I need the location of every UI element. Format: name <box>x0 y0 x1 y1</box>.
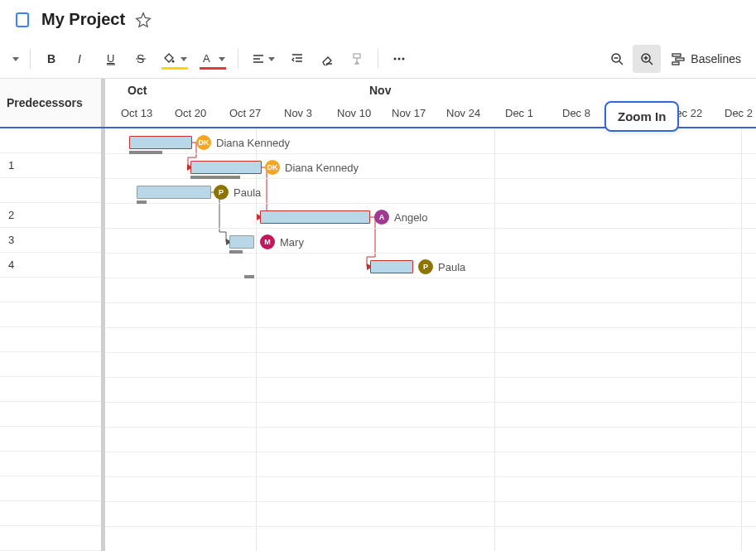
row-number-cell[interactable] <box>0 278 101 302</box>
outdent-button[interactable] <box>283 45 311 73</box>
assignee-chip[interactable]: AAngelo <box>374 210 427 225</box>
month-label: Nov <box>363 79 397 102</box>
toolbar: B I U S A <box>0 40 756 79</box>
grid-hline <box>105 203 756 204</box>
month-label <box>494 79 508 89</box>
assignee-name: Mary <box>280 236 304 249</box>
row-number-cell[interactable] <box>0 501 101 526</box>
italic-button[interactable]: I <box>67 45 95 73</box>
week-label: Nov 24 <box>446 104 480 123</box>
grid-hline <box>105 377 756 378</box>
grid-hline <box>105 476 756 477</box>
svg-rect-27 <box>672 54 681 56</box>
row-number-cell[interactable] <box>0 427 101 452</box>
gantt-bar[interactable] <box>137 186 211 199</box>
baselines-button[interactable]: Baselines <box>662 45 749 73</box>
avatar: A <box>374 210 389 225</box>
row-number-cell[interactable] <box>0 178 101 203</box>
document-icon <box>13 11 31 29</box>
bar-baseline <box>190 176 240 179</box>
bar-baseline <box>229 250 243 254</box>
bar-baseline <box>244 275 254 278</box>
gantt-bar[interactable] <box>260 210 370 224</box>
project-title[interactable]: My Project <box>41 10 125 29</box>
app-header: My Project <box>0 0 756 40</box>
week-label: Dec 8 <box>562 104 590 123</box>
svg-line-21 <box>619 61 623 65</box>
row-number-cell[interactable] <box>0 128 101 153</box>
assignee-chip[interactable]: DKDiana Kennedy <box>196 135 290 150</box>
column-header-predecessors[interactable]: Predecessors <box>0 79 102 127</box>
avatar: DK <box>265 160 280 175</box>
svg-text:U: U <box>107 52 114 65</box>
assignee-chip[interactable]: PPaula <box>418 259 465 274</box>
strikethrough-button[interactable]: S <box>127 45 155 73</box>
row-number-cell[interactable]: 3 <box>0 228 101 253</box>
toolbar-separator <box>30 49 31 69</box>
svg-rect-0 <box>17 13 28 27</box>
zoom-in-button[interactable] <box>633 45 661 73</box>
align-button[interactable] <box>245 45 282 73</box>
assignee-name: Angelo <box>394 211 427 224</box>
bar-baseline <box>137 201 147 204</box>
bar-baseline <box>129 151 162 154</box>
svg-rect-29 <box>672 62 679 65</box>
week-label: Nov 10 <box>337 104 371 123</box>
grid-hline <box>105 427 756 428</box>
week-label: Oct 13 <box>121 104 152 123</box>
svg-rect-28 <box>676 58 684 60</box>
assignee-chip[interactable]: DKDiana Kennedy <box>265 160 359 175</box>
row-number-cell[interactable] <box>0 526 101 551</box>
row-number-cell[interactable] <box>0 402 101 427</box>
grid-hline <box>105 452 756 452</box>
grid-hline <box>105 501 756 502</box>
week-label: Dec 2 <box>725 104 753 123</box>
row-numbers-column: 1234 <box>0 128 102 551</box>
gantt-bar[interactable] <box>370 260 413 273</box>
row-number-cell[interactable] <box>0 302 101 327</box>
row-number-cell[interactable]: 1 <box>0 153 101 178</box>
row-number-cell[interactable]: 4 <box>0 253 101 278</box>
grid-vline <box>494 128 495 551</box>
fill-color-swatch <box>161 67 188 70</box>
zoom-out-button[interactable] <box>603 45 631 73</box>
row-number-cell[interactable] <box>0 377 101 402</box>
grid-hline <box>105 302 756 303</box>
gantt-bar[interactable] <box>190 161 262 174</box>
assignee-name: Diana Kennedy <box>216 137 290 149</box>
gantt-canvas[interactable]: DKDiana KennedyDKDiana KennedyPPaulaAAng… <box>105 128 756 551</box>
row-number-cell[interactable] <box>0 476 101 501</box>
baselines-icon <box>671 51 686 66</box>
more-button[interactable] <box>385 45 413 73</box>
gantt-bar[interactable] <box>229 235 254 249</box>
svg-point-17 <box>394 58 397 60</box>
bold-button[interactable]: B <box>37 45 65 73</box>
dropdown-button[interactable] <box>7 45 23 73</box>
assignee-chip[interactable]: PPaula <box>214 185 261 200</box>
star-icon[interactable] <box>135 12 152 28</box>
assignee-chip[interactable]: MMary <box>260 234 304 249</box>
svg-rect-16 <box>354 54 360 58</box>
svg-point-7 <box>172 60 175 63</box>
format-painter-button[interactable] <box>343 45 371 73</box>
underline-button[interactable]: U <box>97 45 125 73</box>
svg-text:A: A <box>203 52 210 65</box>
svg-point-18 <box>398 58 401 60</box>
svg-line-24 <box>649 61 652 65</box>
avatar: P <box>214 185 229 200</box>
row-number-cell[interactable] <box>0 327 101 352</box>
gantt-bar[interactable] <box>129 136 192 149</box>
row-number-cell[interactable]: 2 <box>0 203 101 228</box>
avatar: M <box>260 234 275 249</box>
grid-hline <box>105 228 756 229</box>
week-label: Nov 3 <box>284 104 312 123</box>
month-label: Oct <box>121 79 153 102</box>
grid-hline <box>105 253 756 254</box>
fill-color-button[interactable] <box>156 45 193 73</box>
baselines-label: Baselines <box>691 52 741 65</box>
row-number-cell[interactable] <box>0 352 101 377</box>
clear-format-button[interactable] <box>313 45 341 73</box>
row-number-cell[interactable] <box>0 452 101 476</box>
zoom-in-tooltip: Zoom In <box>604 101 679 132</box>
text-color-button[interactable]: A <box>195 45 231 73</box>
